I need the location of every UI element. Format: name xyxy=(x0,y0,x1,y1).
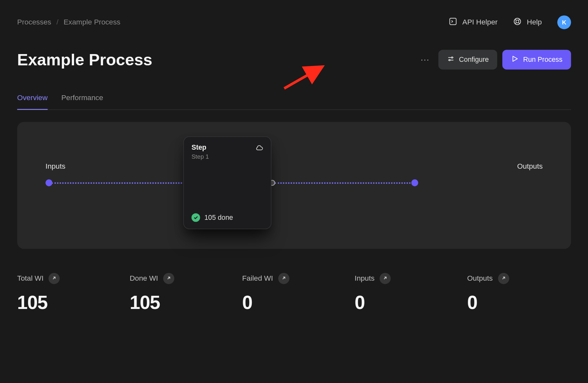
annotation-arrow-icon xyxy=(282,64,325,90)
arrow-up-right-icon xyxy=(501,275,506,282)
arrow-up-right-icon xyxy=(52,275,57,282)
tab-overview[interactable]: Overview xyxy=(17,94,47,110)
flow-canvas[interactable]: Inputs Outputs Step Step 1 xyxy=(17,122,571,249)
terminal-icon xyxy=(449,17,457,28)
stat-total-wi: Total WI 105 xyxy=(17,273,121,313)
stat-link-button[interactable] xyxy=(278,273,289,284)
stat-link-button[interactable] xyxy=(163,273,175,284)
configure-label: Configure xyxy=(459,56,488,63)
top-bar: Processes / Example Process API Helper xyxy=(17,15,571,29)
step-card-header: Step Step 1 xyxy=(192,144,263,160)
stat-label: Inputs xyxy=(355,274,375,283)
play-icon xyxy=(511,55,519,64)
svg-point-2 xyxy=(516,20,519,23)
title-row: Example Process ··· Configure xyxy=(17,50,571,70)
title-actions: ··· Configure Run Proces xyxy=(417,50,571,70)
page-title: Example Process xyxy=(17,51,152,69)
stat-value: 0 xyxy=(467,292,571,313)
tab-performance[interactable]: Performance xyxy=(61,94,103,110)
run-process-label: Run Process xyxy=(523,56,563,63)
step-type: Step xyxy=(192,144,209,152)
sliders-icon xyxy=(447,55,455,64)
arrow-up-right-icon xyxy=(166,275,171,282)
stat-value: 105 xyxy=(130,292,234,313)
api-helper-label: API Helper xyxy=(462,18,498,27)
svg-point-4 xyxy=(449,60,450,61)
stat-outputs: Outputs 0 xyxy=(467,273,571,313)
step-card[interactable]: Step Step 1 105 done xyxy=(183,136,271,229)
breadcrumb-current[interactable]: Example Process xyxy=(63,18,120,27)
outputs-label: Outputs xyxy=(517,162,543,171)
stat-label: Done WI xyxy=(130,274,158,283)
more-menu-button[interactable]: ··· xyxy=(417,52,433,68)
flow-edge-right xyxy=(275,182,410,184)
lifebuoy-icon xyxy=(513,17,522,28)
stat-label: Failed WI xyxy=(242,274,273,283)
run-process-button[interactable]: Run Process xyxy=(503,50,571,70)
stat-label: Total WI xyxy=(17,274,43,283)
step-name: Step 1 xyxy=(192,153,209,160)
step-footer: 105 done xyxy=(192,213,263,222)
step-done-text: 105 done xyxy=(204,214,233,221)
help-label: Help xyxy=(527,18,542,27)
inputs-node[interactable] xyxy=(45,179,52,186)
stat-inputs: Inputs 0 xyxy=(355,273,459,313)
stat-value: 0 xyxy=(355,292,459,313)
svg-line-5 xyxy=(284,68,320,89)
step-titles: Step Step 1 xyxy=(192,144,209,160)
check-circle-icon xyxy=(192,213,200,222)
stat-link-button[interactable] xyxy=(498,273,509,284)
configure-button[interactable]: Configure xyxy=(438,50,497,70)
api-helper-link[interactable]: API Helper xyxy=(449,17,498,28)
flow-edge-left xyxy=(52,182,185,184)
avatar[interactable]: K xyxy=(557,15,571,29)
breadcrumb-root[interactable]: Processes xyxy=(17,18,51,27)
stat-link-button[interactable] xyxy=(380,273,391,284)
stats-row: Total WI 105 Done WI 105 xyxy=(17,273,571,313)
svg-point-3 xyxy=(451,57,453,58)
stat-value: 105 xyxy=(17,292,121,313)
help-link[interactable]: Help xyxy=(513,17,542,28)
dots-horizontal-icon: ··· xyxy=(421,55,430,64)
stat-label: Outputs xyxy=(467,274,493,283)
tabs: Overview Performance xyxy=(17,94,571,110)
top-right: API Helper Help K xyxy=(449,15,571,29)
breadcrumb-separator: / xyxy=(56,18,58,27)
breadcrumb: Processes / Example Process xyxy=(17,18,120,27)
stat-failed-wi: Failed WI 0 xyxy=(242,273,346,313)
stat-value: 0 xyxy=(242,292,346,313)
stat-link-button[interactable] xyxy=(49,273,60,284)
stat-done-wi: Done WI 105 xyxy=(130,273,234,313)
inputs-label: Inputs xyxy=(45,162,65,171)
arrow-up-right-icon xyxy=(383,275,388,282)
arrow-up-right-icon xyxy=(281,275,286,282)
cloud-icon xyxy=(255,144,263,153)
outputs-node[interactable] xyxy=(411,179,418,186)
